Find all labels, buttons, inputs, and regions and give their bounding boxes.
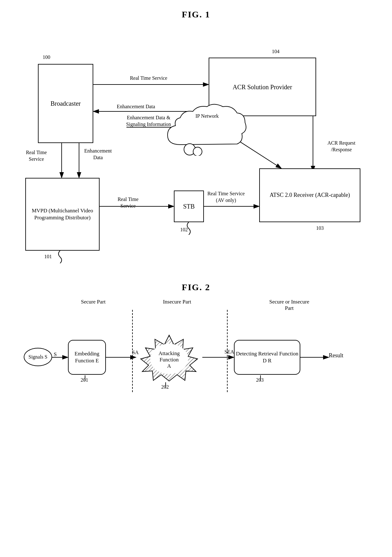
label-ip-network: IP Network [187,113,228,120]
label-s-arrow: S [54,351,57,358]
embedding-function-box: Embedding Function E [68,340,106,375]
fig2-area: Secure Part Insecure Part Secure or Inse… [6,296,386,416]
label-202: 202 [161,384,169,390]
detecting-retrieval-box: Detecting Retrieval Function D R [234,340,300,375]
label-sea: SEA [224,349,234,355]
label-201: 201 [81,377,88,383]
atsc-box: ATSC 2.0 Receiver (ACR-capable) [259,168,360,222]
svg-text:Function: Function [160,357,179,363]
label-real-time-mvpd: Real Time Service [114,196,142,210]
fig1-title: FIG. 1 [0,0,392,20]
signals-ellipse: Signals S [24,348,52,366]
label-secure-part: Secure Part [73,299,114,305]
label-203: 203 [256,377,264,383]
label-100: 100 [43,54,50,60]
label-real-time-service-left: Real Time Service [19,149,54,163]
label-enhancement-signaling: Enhancement Data & Signaling Information [117,115,180,128]
label-enhancement-data-top: Enhancement Data [104,103,168,110]
label-104: 104 [272,49,279,54]
page: FIG. 1 [0,0,392,557]
label-101: 101 [44,254,52,260]
label-real-time-service-top: Real Time Service [101,75,196,82]
label-insecure-part: Insecure Part [155,299,199,305]
stb-box: STB [174,191,204,222]
label-enhancement-data-left: Enhancement Data [81,148,115,161]
fig1-area: 100 Broadcaster 104 ACR Solution Provide… [6,23,386,276]
label-acr-request: ACR Request /Response [318,140,365,153]
label-secure-insecure-part: Secure or Insecure Part [266,299,313,311]
label-result: Result [329,352,343,359]
label-103: 103 [316,225,324,231]
svg-text:A: A [167,363,171,369]
mvpd-box: MVPD (Multichannel Video Programming Dis… [25,178,100,251]
svg-text:Attacking: Attacking [158,350,180,356]
label-real-time-stb: Real Time Service (AV only) [205,191,247,204]
fig2-title: FIG. 2 [0,276,392,292]
broadcaster-box: Broadcaster [38,64,93,143]
svg-point-14 [193,147,202,156]
